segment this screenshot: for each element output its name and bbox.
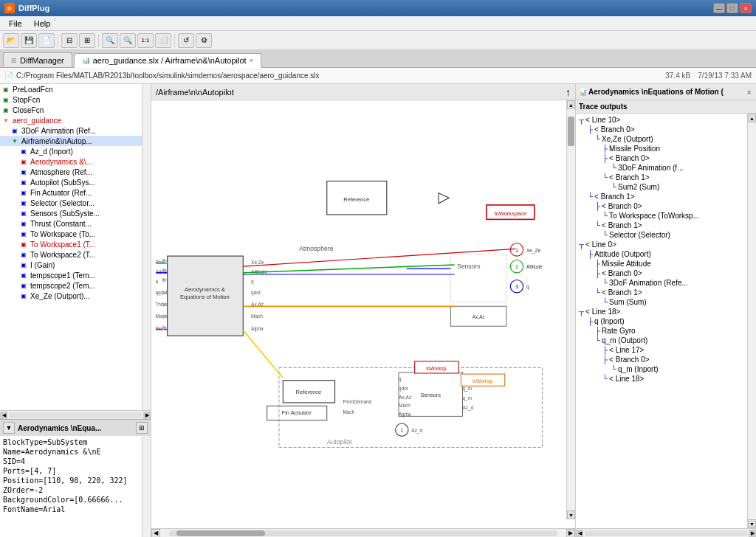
tree-item-toworkspace[interactable]: ▣ To Workspace (To...	[0, 229, 142, 239]
refresh-button[interactable]: ↺	[178, 33, 194, 48]
close-button[interactable]: ×	[740, 3, 752, 13]
tree-item-thrust[interactable]: ▣ Thrust (Constant...	[0, 218, 142, 229]
trace-line17[interactable]: ├ < Line 17>	[577, 345, 746, 355]
right-vscroll-down[interactable]: ▼	[748, 519, 756, 528]
tree-item-airframe[interactable]: ▼ Airframe\n&\nAutop...	[0, 136, 142, 146]
trace-branch0-q[interactable]: ├ < Branch 0>	[577, 355, 746, 364]
left-tree-scrollbar[interactable]	[142, 84, 151, 410]
right-vscrollbar[interactable]: ▲ ▼	[747, 114, 756, 528]
trace-line0[interactable]: ┬ < Line 0>	[577, 240, 746, 249]
tree-item-toworkspace1[interactable]: ▣ To Workspace1 (T...	[0, 239, 142, 249]
trace-tree-scroll[interactable]: ┬ < Line 10> ├ < Branch 0> └ Xe,Ze (Outp…	[576, 114, 747, 528]
up-arrow-icon[interactable]: ↑	[566, 86, 571, 98]
zoom-in-button[interactable]: 🔍	[102, 33, 118, 48]
left-hscroll[interactable]: ◀ ▶	[0, 410, 151, 419]
tree-item-atmosphere[interactable]: ▣ Atmosphere (Ref...	[0, 167, 142, 177]
settings-button[interactable]: ⚙	[196, 33, 212, 48]
tree-item-preloadfcn[interactable]: ▣ PreLoadFcn	[0, 84, 142, 94]
vscroll-track[interactable]	[567, 109, 575, 510]
trace-branch0-1[interactable]: ├ < Branch 0>	[577, 153, 746, 163]
prop-name: Name=Aerodynamics &\nE	[1, 447, 140, 457]
prop-ports: Ports=[4, 7]	[1, 466, 140, 476]
trace-q-inport[interactable]: ├ q (Inport)	[577, 316, 746, 326]
tab-diffmanager[interactable]: ⊞ DiffManager	[3, 52, 72, 67]
tree-item-azd[interactable]: ▣ Az_d (Inport)	[0, 146, 142, 156]
split-v-button[interactable]: ⊞	[79, 33, 95, 48]
diagram-area[interactable]: ▲ ▼ Atmosphere Reference	[151, 100, 575, 528]
trace-branch0-0[interactable]: ├ < Branch 0>	[577, 125, 746, 134]
tree-item-toworkspace2[interactable]: ▣ To Workspace2 (T...	[0, 249, 142, 260]
right-hscroll-track[interactable]	[585, 530, 747, 536]
hscroll-right[interactable]: ▶	[566, 529, 575, 538]
trace-branch0-att[interactable]: ├ < Branch 0>	[577, 268, 746, 278]
trace-attitude-outport[interactable]: ├ Attitude (Outport)	[577, 249, 746, 259]
trace-branch0-2[interactable]: ├ < Branch 0>	[577, 201, 746, 211]
tree-scroll-area[interactable]: ▣ PreLoadFcn ▣ StopFcn ▣ CloseFcn ▼ aero…	[0, 84, 142, 410]
trace-branch1-0[interactable]: └ < Branch 1>	[577, 173, 746, 182]
hscroll-track[interactable]	[169, 530, 557, 536]
trace-line18-end[interactable]: └ < Line 18>	[577, 374, 746, 384]
trace-sum2[interactable]: └ Sum2 (Sum)	[577, 182, 746, 192]
tree-item-selector[interactable]: ▣ Selector (Selector...	[0, 198, 142, 208]
right-vscroll-track[interactable]	[748, 122, 756, 519]
minimize-button[interactable]: —	[713, 3, 725, 13]
expand-btn[interactable]: ⊞	[136, 422, 148, 434]
trace-xeze[interactable]: └ Xe,Ze (Outport)	[577, 134, 746, 144]
trace-rate-gyro[interactable]: ├ Rate Gyro	[577, 326, 746, 336]
diagram-vscrollbar[interactable]: ▲ ▼	[566, 100, 575, 519]
save-button[interactable]: 💾	[21, 33, 37, 48]
tree-item-autopilot[interactable]: ▣ Autopilot (SubSys...	[0, 177, 142, 187]
trace-toworkspace-main[interactable]: └ To Workspace (ToWorksp...	[577, 211, 746, 221]
trace-branch1-att[interactable]: └ < Branch 1>	[577, 288, 746, 297]
open-button[interactable]: 📂	[3, 33, 19, 48]
right-hscroll-left[interactable]: ◀	[576, 530, 583, 537]
vscroll-up[interactable]: ▲	[567, 100, 575, 109]
trace-branch1-2[interactable]: └ < Branch 1>	[577, 221, 746, 230]
zoom-out-button[interactable]: 🔍	[120, 33, 136, 48]
tab-aero-guidance[interactable]: 📊 aero_guidance.slx / Airframe\n&\nAutop…	[74, 53, 261, 68]
trace-qm-outport[interactable]: └ q_m (Outport)	[577, 336, 746, 345]
props-scrollbar[interactable]	[142, 436, 151, 537]
hscroll-left[interactable]: ◀	[151, 529, 160, 538]
trace-3dof-f[interactable]: └ 3DoF Animation (f...	[577, 163, 746, 173]
menu-bar: File Help	[0, 16, 756, 31]
left-scroll-left[interactable]: ◀	[0, 412, 7, 419]
trace-missile-pos[interactable]: ├ Missile Position	[577, 144, 746, 153]
right-vscroll-up[interactable]: ▲	[748, 114, 756, 122]
tree-item-fin[interactable]: ▣ Fin Actuator (Ref...	[0, 187, 142, 198]
menu-help[interactable]: Help	[28, 18, 57, 30]
right-hscroll-right[interactable]: ▶	[749, 530, 756, 537]
trace-3dof-refe[interactable]: └ 3DoF Animation (Refe...	[577, 278, 746, 288]
new-button[interactable]: 📄	[38, 33, 55, 48]
tree-item-stopfcn[interactable]: ▣ StopFcn	[0, 94, 142, 105]
right-panel-close[interactable]: ×	[746, 88, 753, 97]
zoom-fit-button[interactable]: 1:1	[137, 33, 154, 48]
split-h-button[interactable]: ⊟	[61, 33, 78, 48]
menu-file[interactable]: File	[3, 18, 28, 30]
fit-button[interactable]: ⬜	[155, 33, 171, 48]
tree-item-closefcn[interactable]: ▣ CloseFcn	[0, 105, 142, 115]
right-hscrollbar[interactable]: ◀ ▶	[576, 528, 756, 537]
diagram-hscrollbar[interactable]: ◀ ▶	[151, 528, 575, 537]
vscroll-down[interactable]: ▼	[567, 510, 575, 519]
maximize-button[interactable]: □	[726, 3, 738, 13]
tree-item-aero-guidance[interactable]: ▼ aero_guidance	[0, 115, 142, 125]
left-scroll-right[interactable]: ▶	[143, 412, 151, 419]
tree-item-sensors[interactable]: ▣ Sensors (SubSyste...	[0, 208, 142, 218]
tree-item-xeze[interactable]: ▣ Xe_Ze (Outport)...	[0, 291, 142, 301]
trace-branch1-main[interactable]: └ < Branch 1>	[577, 192, 746, 201]
trace-selector[interactable]: └ Selector (Selector)	[577, 230, 746, 240]
tree-item-gain[interactable]: ▣ I (Gain)	[0, 260, 142, 270]
trace-line10[interactable]: ┬ < Line 10>	[577, 115, 746, 125]
tree-item-aerodynamics[interactable]: ▣ Aerodynamics &\...	[0, 156, 142, 167]
tree-item-tempscope1[interactable]: ▣ tempscope1 (Tem...	[0, 270, 142, 280]
collapse-btn[interactable]: ▼	[3, 422, 15, 434]
trace-line18[interactable]: ┬ < Line 18>	[577, 307, 746, 316]
trace-sum[interactable]: └ Sum (Sum)	[577, 297, 746, 307]
left-scroll-track[interactable]	[9, 412, 142, 418]
trace-missile-attitude[interactable]: ├ Missile Attitude	[577, 259, 746, 268]
tree-item-tempscope2[interactable]: ▣ tempscope2 (Tem...	[0, 280, 142, 291]
trace-qm-inport[interactable]: └ q_m (Inport)	[577, 364, 746, 374]
tree-item-3dof[interactable]: ▣ 3DoF Animation (Ref...	[0, 125, 142, 136]
tab-close-aero[interactable]: ×	[250, 57, 253, 64]
